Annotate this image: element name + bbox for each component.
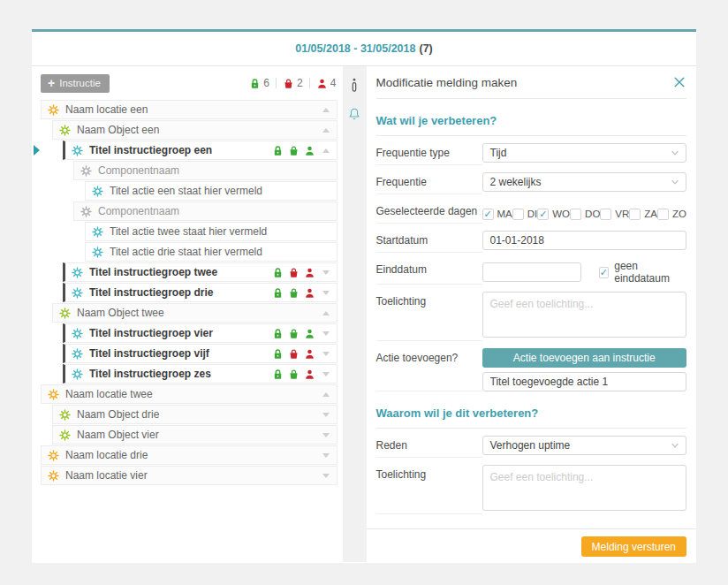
toelichting-textarea[interactable]: [482, 292, 686, 338]
melding-versturen-button[interactable]: Melding versturen: [581, 536, 686, 557]
gear-icon: [59, 409, 71, 421]
checkbox-vr[interactable]: [600, 209, 611, 220]
tree-item-locatie-vier[interactable]: Naam locatie vier: [41, 466, 337, 485]
tree-item-label: Naam Object twee: [77, 307, 322, 319]
tree-item-component[interactable]: Componentnaam: [73, 201, 337, 221]
gear-icon: [48, 470, 59, 482]
tree-item-actie-drie[interactable]: Titel actie drie staat hier vermeld: [85, 242, 337, 262]
divider: [276, 78, 277, 88]
actie-toevoegen-button[interactable]: Actie toevoegen aan instructie: [482, 348, 686, 368]
frequentie-type-select[interactable]: Tijd: [482, 143, 686, 163]
tree-item-locatie-twee[interactable]: Naam locatie twee: [41, 384, 337, 404]
status-badges: [272, 348, 315, 360]
chevron-down-icon[interactable]: [322, 270, 330, 275]
startdatum-input[interactable]: [482, 231, 686, 250]
tree-item-label: Titel instructiegroep drie: [89, 286, 272, 299]
date-range[interactable]: 01/05/2018 - 31/05/2018: [295, 42, 415, 55]
gear-icon: [59, 429, 71, 441]
gear-icon: [92, 247, 103, 258]
chevron-up-icon[interactable]: [322, 148, 330, 153]
einddatum-input[interactable]: [482, 262, 581, 282]
gear-icon: [72, 267, 83, 278]
lock-icon: [272, 145, 284, 156]
gear-icon: [48, 104, 59, 116]
tree-item-actie-twee[interactable]: Titel actie twee staat hier vermeld: [85, 222, 337, 241]
tree-item-label: Titel actie een staat hier vermeld: [110, 185, 330, 197]
divider: [309, 78, 310, 88]
tree-item-instructiegroep-vijf[interactable]: Titel instructiegroep vijf: [63, 344, 337, 363]
close-icon[interactable]: [672, 75, 686, 89]
tree-item-instructiegroep-twee[interactable]: Titel instructiegroep twee: [63, 262, 337, 282]
person-icon: [304, 145, 315, 156]
tree-item-label: Naam Object drie: [77, 408, 322, 421]
gear-icon: [59, 125, 71, 136]
checkbox-wo[interactable]: ✓: [537, 209, 549, 220]
gear-icon: [72, 348, 83, 360]
tree-item-actie-een[interactable]: Titel actie een staat hier vermeld: [85, 181, 337, 201]
tree-item-instructiegroep-een[interactable]: Titel instructiegroep een: [63, 141, 337, 160]
tree-item-locatie-drie[interactable]: Naam locatie drie: [41, 445, 337, 465]
tree-item-object-drie[interactable]: Naam Object drie: [52, 405, 337, 424]
geen-einddatum-checkbox[interactable]: ✓: [599, 267, 610, 278]
frequentie-select[interactable]: 2 wekelijks: [482, 172, 686, 192]
chevron-down-icon[interactable]: [322, 291, 330, 295]
toelichting-label: Toelichting: [376, 292, 482, 341]
status-counters: 6 2 4: [249, 77, 336, 89]
basket-icon: [288, 328, 300, 339]
date-header: 01/05/2018 - 31/05/2018 (7): [32, 32, 696, 66]
checkbox-zo[interactable]: [657, 209, 669, 220]
chevron-down-icon[interactable]: [322, 433, 330, 437]
gear-icon: [92, 226, 103, 238]
add-instructie-button[interactable]: + Instructie: [41, 74, 110, 93]
chevron-up-icon[interactable]: [322, 392, 330, 397]
actie-toevoegen-label: Actie toevoegen?: [376, 348, 482, 391]
tree-item-label: Naam locatie twee: [65, 388, 322, 400]
tree-item-label: Componentnaam: [98, 205, 330, 217]
chevron-down-icon[interactable]: [322, 413, 330, 417]
locked-counter: 6: [249, 77, 269, 89]
info-icon[interactable]: [348, 77, 360, 94]
tree-item-locatie-een[interactable]: Naam locatie een: [41, 100, 337, 119]
person-count: 4: [330, 77, 337, 89]
form-footer: Melding versturen: [367, 528, 696, 566]
tree-panel: + Instructie 6 2: [32, 66, 343, 562]
chevron-up-icon[interactable]: [322, 128, 330, 133]
tree-item-instructiegroep-drie[interactable]: Titel instructiegroep drie: [63, 283, 337, 302]
app-window: 01/05/2018 - 31/05/2018 (7) + Instructie…: [32, 29, 696, 563]
tree-item-object-een[interactable]: Naam Object een: [52, 120, 337, 140]
bell-icon[interactable]: [348, 106, 360, 123]
tree-item-object-twee[interactable]: Naam Object twee: [52, 303, 337, 323]
tree-item-label: Titel instructiegroep zes: [89, 368, 272, 380]
tree-item-label: Naam Object vier: [77, 429, 322, 441]
chevron-down-icon[interactable]: [322, 372, 330, 376]
checkbox-do[interactable]: [570, 209, 581, 220]
lock-icon: [272, 328, 284, 339]
tree-item-label: Naam locatie een: [65, 103, 322, 116]
person-counter: 4: [316, 77, 337, 89]
chevron-down-icon[interactable]: [322, 352, 330, 356]
checkbox-di[interactable]: [512, 209, 524, 220]
tree-item-instructiegroep-vier[interactable]: Titel instructiegroep vier: [63, 323, 337, 343]
chevron-up-icon[interactable]: [322, 311, 330, 315]
checkbox-ma[interactable]: ✓: [482, 209, 494, 220]
tree-item-instructiegroep-zes[interactable]: Titel instructiegroep zes: [63, 364, 337, 384]
lock-icon: [249, 78, 261, 89]
toegevoegde-actie-input[interactable]: [482, 372, 686, 391]
tree-item-label: Naam Object een: [77, 124, 322, 136]
basket-icon: [288, 348, 300, 360]
basket-icon: [288, 267, 300, 278]
checkbox-za[interactable]: [629, 209, 641, 220]
tree-item-component[interactable]: Componentnaam: [73, 161, 337, 180]
reden-select[interactable]: Verhogen uptime: [482, 436, 686, 455]
plus-icon: +: [48, 77, 55, 89]
status-badges: [272, 145, 315, 156]
chevron-down-icon[interactable]: [322, 474, 330, 478]
status-badges: [272, 267, 315, 278]
tree-item-object-vier[interactable]: Naam Object vier: [52, 425, 337, 444]
chevron-up-icon[interactable]: [322, 108, 330, 112]
person-icon: [304, 287, 315, 299]
day-label: ZO: [672, 209, 686, 219]
chevron-down-icon[interactable]: [322, 453, 330, 458]
chevron-down-icon[interactable]: [322, 331, 330, 336]
toelichting2-textarea[interactable]: [482, 465, 686, 511]
